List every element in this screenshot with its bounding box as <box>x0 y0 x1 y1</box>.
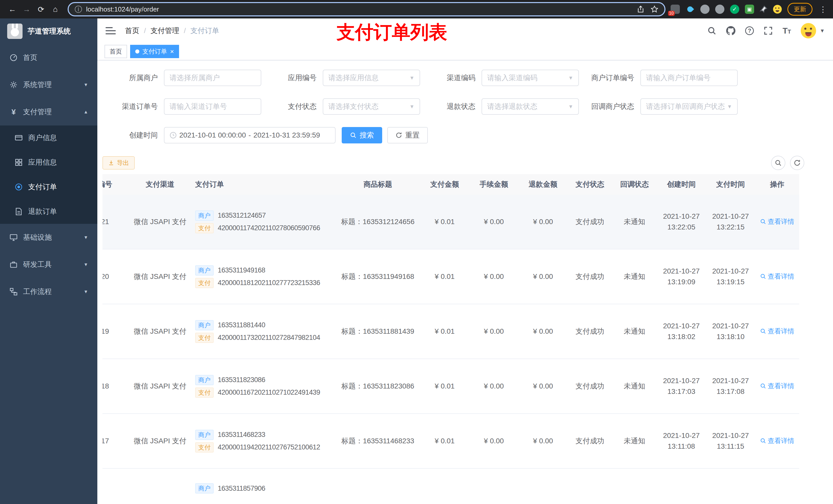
extension-icon-1[interactable]: 10 <box>671 5 680 14</box>
cell-refund: ¥ 0.00 <box>519 272 568 281</box>
back-button[interactable]: ← <box>5 2 20 16</box>
forward-button[interactable]: → <box>20 2 34 16</box>
table-row: 18 微信 JSAPI 支付 商户 1635311823086 支付 42000… <box>102 359 799 414</box>
cell-actions: 查看详情 <box>755 382 799 391</box>
sidebar-item-pay-order[interactable]: 支付订单 <box>0 175 97 199</box>
cell-create-time: 2021-10-27 13:22:05 <box>657 211 706 233</box>
reload-button[interactable]: ⟳ <box>34 2 48 16</box>
merchant-order-number: 1635311949168 <box>218 266 265 274</box>
search-icon <box>760 438 766 444</box>
cell-pay-order: 商户 1635311881440 支付 42000011732021102728… <box>192 318 336 345</box>
filter-label-channel-code: 渠道编码 <box>420 73 481 83</box>
extensions-pin-icon[interactable] <box>760 5 767 13</box>
view-detail-label: 查看详情 <box>768 272 794 281</box>
col-notify: 回调状态 <box>612 179 657 189</box>
view-detail-link[interactable]: 查看详情 <box>760 272 794 281</box>
tag-pay-order[interactable]: 支付订单 × <box>130 45 179 58</box>
notify-status-select[interactable]: 请选择订单回调商户状态▼ <box>640 98 738 115</box>
bookmark-star-icon[interactable] <box>651 5 658 13</box>
cell-create-time: 2021-10-27 13:11:08 <box>657 430 706 452</box>
sidebar-item-merchant-info[interactable]: 商户信息 <box>0 125 97 150</box>
pay-status-select[interactable]: 请选择支付状态▼ <box>323 98 420 115</box>
browser-update-button[interactable]: 更新 <box>787 3 812 16</box>
user-avatar[interactable] <box>801 23 816 39</box>
cell-notify: 未通知 <box>612 381 657 391</box>
extension-icon-3[interactable] <box>700 5 710 14</box>
url-text[interactable]: localhost:1024/pay/order <box>86 5 633 13</box>
breadcrumb-home[interactable]: 首页 <box>125 26 139 35</box>
caret-down-icon[interactable]: ▼ <box>820 28 825 34</box>
sidebar-item-system[interactable]: 系统管理 ▼ <box>0 71 97 98</box>
sidebar-item-home[interactable]: 首页 <box>0 44 97 71</box>
sidebar-item-app-info[interactable]: 应用信息 <box>0 150 97 175</box>
sidebar-item-infra[interactable]: 基础设施 ▼ <box>0 224 97 251</box>
col-refund: 退款金额 <box>519 179 568 189</box>
cell-actions: 查看详情 <box>755 436 799 446</box>
placeholder-text: 请选择订单回调商户状态 <box>646 102 725 112</box>
col-amount: 支付金额 <box>420 179 469 189</box>
chevron-down-icon: ▼ <box>409 104 414 110</box>
sidebar-item-pay[interactable]: ¥ 支付管理 ▲ <box>0 98 97 125</box>
tag-home[interactable]: 首页 <box>104 45 127 58</box>
view-detail-link[interactable]: 查看详情 <box>760 436 794 446</box>
share-icon[interactable] <box>637 5 644 13</box>
home-button[interactable]: ⌂ <box>48 2 63 16</box>
view-detail-link[interactable]: 查看详情 <box>760 382 794 390</box>
breadcrumb-pay[interactable]: 支付管理 <box>151 26 179 35</box>
extension-icon-5[interactable]: ✓ <box>730 5 739 14</box>
cell-id: 18 <box>102 382 128 390</box>
cell-amount: ¥ 0.01 <box>420 218 469 226</box>
help-icon[interactable]: ? <box>745 26 754 35</box>
tag-label: 首页 <box>110 47 122 55</box>
cell-fee: ¥ 0.00 <box>469 437 519 445</box>
sidebar-item-refund-order[interactable]: 退款订单 <box>0 199 97 224</box>
cell-amount: ¥ 0.01 <box>420 272 469 281</box>
extension-icon-6[interactable]: ▣ <box>745 5 754 14</box>
channel-code-select[interactable]: 请输入渠道编码▼ <box>481 70 579 86</box>
app-no-select[interactable]: 请选择应用信息▼ <box>323 70 420 86</box>
export-button[interactable]: 导出 <box>102 156 135 170</box>
extension-icon-4[interactable] <box>715 5 724 14</box>
logo-avatar <box>7 24 23 39</box>
placeholder-text: 请输入商户订单编号 <box>646 73 732 83</box>
refund-status-select[interactable]: 请选择退款状态▼ <box>481 98 579 115</box>
merchant-order-no-input[interactable]: 请输入商户订单编号 <box>640 70 738 86</box>
search-icon <box>760 328 766 334</box>
refresh-table-button[interactable] <box>790 156 804 170</box>
merchant-tag: 商户 <box>195 483 214 494</box>
cell-amount: ¥ 0.01 <box>420 437 469 445</box>
cell-status: 支付成功 <box>568 436 612 446</box>
merchant-tag: 商户 <box>195 430 214 440</box>
search-button[interactable]: 搜索 <box>342 127 382 143</box>
close-icon[interactable]: × <box>170 48 174 55</box>
cell-notify: 未通知 <box>612 272 657 282</box>
profile-avatar[interactable] <box>773 5 782 14</box>
cell-status: 支付成功 <box>568 217 612 226</box>
col-pay-order: 支付订单 <box>192 179 336 189</box>
toggle-search-button[interactable] <box>771 156 785 170</box>
merchant-select[interactable]: 请选择所属商户 <box>164 70 261 86</box>
sidebar-item-workflow[interactable]: 工作流程 ▼ <box>0 278 97 305</box>
font-size-icon[interactable]: TT <box>783 26 791 35</box>
download-icon <box>108 160 114 166</box>
sidebar-item-devtools[interactable]: 研发工具 ▼ <box>0 251 97 278</box>
fullscreen-icon[interactable] <box>764 26 773 35</box>
address-bar[interactable]: i localhost:1024/pay/order <box>68 2 665 16</box>
table-body: 21 微信 JSAPI 支付 商户 1635312124657 支付 42000… <box>102 195 799 469</box>
date-separator: - <box>248 131 251 139</box>
browser-menu-icon[interactable]: ⋮ <box>818 5 828 14</box>
extension-icon-2[interactable] <box>686 5 695 14</box>
chevron-down-icon: ▼ <box>568 104 573 110</box>
reset-button[interactable]: 重置 <box>387 127 428 143</box>
logo[interactable]: 芋道管理系统 <box>0 19 97 44</box>
channel-order-no-input[interactable]: 请输入渠道订单号 <box>164 98 261 115</box>
github-icon[interactable] <box>726 26 735 35</box>
view-detail-link[interactable]: 查看详情 <box>760 327 794 336</box>
view-detail-link[interactable]: 查看详情 <box>760 217 794 226</box>
create-time-range-picker[interactable]: 2021-10-01 00:00:00 - 2021-10-31 23:59:5… <box>164 127 336 143</box>
search-icon[interactable] <box>707 26 716 35</box>
sidebar-toggle-icon[interactable] <box>105 25 117 37</box>
tags-view: 首页 支付订单 × <box>97 43 833 61</box>
site-info-icon[interactable]: i <box>75 6 82 13</box>
cell-pay-time: 2021-10-27 13:19:15 <box>706 266 755 287</box>
